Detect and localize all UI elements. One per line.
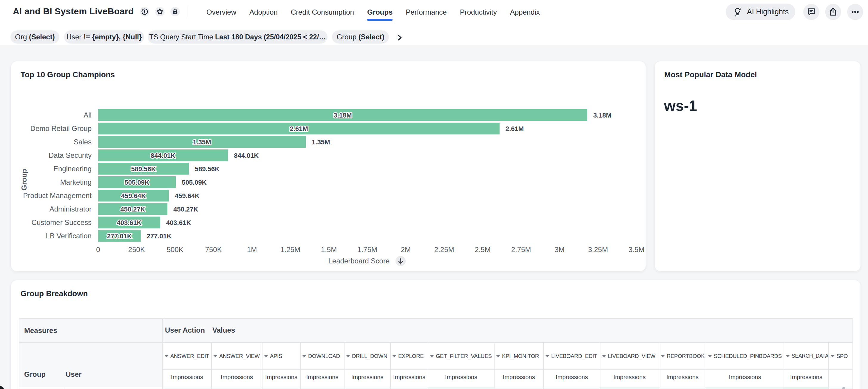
svg-text:Customer Success: Customer Success <box>32 218 92 227</box>
svg-text:277.01K: 277.01K <box>147 232 172 240</box>
svg-text:2.61M: 2.61M <box>505 125 524 132</box>
svg-text:277.01K: 277.01K <box>107 232 132 240</box>
svg-text:505.09K: 505.09K <box>182 179 207 186</box>
svg-text:1.25M: 1.25M <box>280 245 300 253</box>
svg-text:500K: 500K <box>167 245 183 253</box>
svg-text:505.09K: 505.09K <box>125 179 149 186</box>
svg-text:Administrator: Administrator <box>50 205 92 213</box>
svg-text:LB Verification: LB Verification <box>46 232 92 240</box>
svg-text:3.18M: 3.18M <box>334 112 352 119</box>
svg-text:450.27K: 450.27K <box>173 206 198 213</box>
svg-text:Engineering: Engineering <box>53 165 92 173</box>
svg-text:450.27K: 450.27K <box>121 206 145 213</box>
svg-text:2.75M: 2.75M <box>511 245 531 253</box>
svg-text:3.25M: 3.25M <box>588 245 608 253</box>
svg-text:1.75M: 1.75M <box>357 245 377 253</box>
svg-text:589.56K: 589.56K <box>131 165 156 173</box>
svg-text:0: 0 <box>96 245 100 253</box>
svg-text:1M: 1M <box>247 245 257 253</box>
svg-text:1.35M: 1.35M <box>312 139 330 146</box>
svg-text:750K: 750K <box>205 245 222 253</box>
svg-text:250K: 250K <box>128 245 145 253</box>
svg-text:3.5M: 3.5M <box>628 245 644 253</box>
svg-text:Product Management: Product Management <box>23 191 92 200</box>
svg-text:1.35M: 1.35M <box>193 139 211 146</box>
svg-text:Leaderboard Score: Leaderboard Score <box>329 257 390 265</box>
svg-text:Sales: Sales <box>74 138 92 146</box>
svg-text:2.25M: 2.25M <box>434 245 454 253</box>
svg-text:Group: Group <box>20 169 28 190</box>
svg-text:3.18M: 3.18M <box>593 112 612 119</box>
svg-text:2.61M: 2.61M <box>290 125 308 132</box>
svg-text:2M: 2M <box>401 245 411 253</box>
svg-text:403.61K: 403.61K <box>117 219 142 227</box>
svg-text:589.56K: 589.56K <box>195 165 220 173</box>
svg-text:Demo Retail Group: Demo Retail Group <box>30 124 92 132</box>
svg-text:459.64K: 459.64K <box>175 192 199 200</box>
svg-text:403.61K: 403.61K <box>166 219 191 227</box>
svg-text:1.5M: 1.5M <box>321 245 337 253</box>
svg-text:Marketing: Marketing <box>60 178 92 186</box>
svg-text:844.01K: 844.01K <box>151 152 176 159</box>
svg-text:2.5M: 2.5M <box>474 245 490 253</box>
svg-text:844.01K: 844.01K <box>234 152 258 159</box>
svg-text:All: All <box>84 111 92 119</box>
svg-text:459.64K: 459.64K <box>121 192 146 200</box>
svg-text:Data Security: Data Security <box>49 151 92 159</box>
svg-text:3M: 3M <box>555 245 564 253</box>
